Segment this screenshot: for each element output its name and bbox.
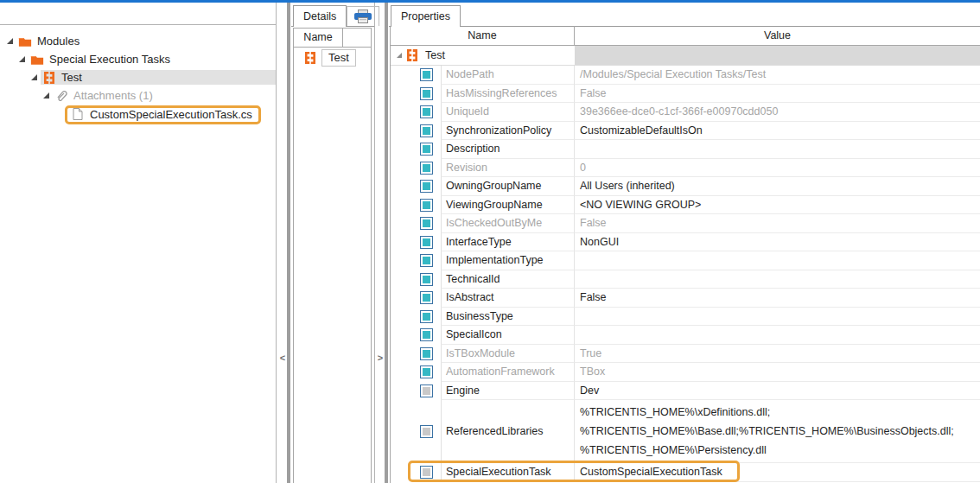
splitter-bar-left[interactable] xyxy=(287,3,290,483)
property-row-automationframework: AutomationFramework TBox xyxy=(391,363,980,382)
property-value-cell[interactable]: Dev xyxy=(575,382,980,401)
expander-icon[interactable] xyxy=(19,56,25,62)
property-flag-checkbox[interactable] xyxy=(420,291,433,304)
property-name-cell: ViewingGroupName xyxy=(441,196,575,215)
properties-root-row-test[interactable]: Test xyxy=(391,46,980,66)
property-name-cell: SpecialIcon xyxy=(441,326,575,345)
property-value-cell[interactable] xyxy=(575,308,980,327)
property-value-cell[interactable] xyxy=(575,326,980,345)
module-icon xyxy=(405,49,419,61)
property-name-cell: SpecialExecutionTask xyxy=(441,463,575,482)
property-name-cell: IsTBoxModule xyxy=(441,345,575,364)
property-flag-checkbox[interactable] xyxy=(420,162,433,175)
property-row-referencedlibraries: ReferencedLibraries %TRICENTIS_HOME%\xDe… xyxy=(391,400,980,463)
property-flag-checkbox[interactable] xyxy=(420,273,433,286)
property-flag-checkbox[interactable] xyxy=(420,87,433,100)
property-rows: NodePath /Modules/Special Execution Task… xyxy=(391,66,980,482)
property-name-cell: Revision xyxy=(441,159,575,178)
tab-details[interactable]: Details xyxy=(293,5,347,27)
details-column-header-spacer xyxy=(343,29,371,47)
print-button[interactable] xyxy=(347,6,379,26)
property-value-cell[interactable]: TBox xyxy=(575,363,980,382)
property-flag-checkbox[interactable] xyxy=(420,310,433,323)
property-value-cell[interactable]: 0 xyxy=(575,159,980,178)
property-value-cell[interactable] xyxy=(575,270,980,289)
splitter-bar-right[interactable] xyxy=(385,3,388,483)
property-value-cell[interactable] xyxy=(575,251,980,270)
tree-item-label: Attachments (1) xyxy=(73,89,153,102)
property-row-hasmissingreferences: HasMissingReferences False xyxy=(391,85,980,104)
property-row-isabstract: IsAbstract False xyxy=(391,289,980,308)
property-row-nodepath: NodePath /Modules/Special Execution Task… xyxy=(391,66,980,85)
property-name-cell: AutomationFramework xyxy=(441,363,575,382)
tree-item-label: Special Execution Tasks xyxy=(49,53,170,66)
property-name-cell: Description xyxy=(441,140,575,159)
expander-icon[interactable] xyxy=(31,74,37,80)
tree-item-test[interactable]: Test xyxy=(0,68,276,86)
property-name-cell: Engine xyxy=(441,382,575,401)
property-value-cell[interactable]: False xyxy=(575,85,980,104)
property-flag-checkbox[interactable] xyxy=(420,384,433,397)
tree-item-modules[interactable]: Modules xyxy=(0,32,276,50)
tree-item-customspecialexecutiontask-cs[interactable]: CustomSpecialExecutionTask.cs xyxy=(0,105,276,124)
property-flag-checkbox[interactable] xyxy=(420,425,433,438)
tree-item-attachments-1[interactable]: Attachments (1) xyxy=(0,86,276,105)
property-name-cell: SynchronizationPolicy xyxy=(441,122,575,141)
property-row-specialicon: SpecialIcon xyxy=(391,326,980,345)
paperclip-icon xyxy=(54,90,68,102)
details-grid: Name Test xyxy=(293,28,372,483)
property-flag-checkbox[interactable] xyxy=(420,68,433,81)
property-value-cell[interactable]: NonGUI xyxy=(575,233,980,252)
tree-item-special-execution-tasks[interactable]: Special Execution Tasks xyxy=(0,50,276,68)
property-flag-checkbox[interactable] xyxy=(420,365,433,378)
tab-properties[interactable]: Properties xyxy=(391,5,461,27)
property-value-cell[interactable]: False xyxy=(575,214,980,233)
printer-icon xyxy=(353,10,372,24)
module-tree: Modules Special Execution Tasks Test Att… xyxy=(0,25,276,124)
property-row-interfacetype: InterfaceType NonGUI xyxy=(391,233,980,252)
property-row-synchronizationpolicy: SynchronizationPolicy CustomizableDefaul… xyxy=(391,122,980,141)
expander-icon[interactable] xyxy=(7,38,13,44)
expander-icon[interactable] xyxy=(397,53,402,58)
property-value-cell[interactable]: CustomSpecialExecutionTask xyxy=(575,463,980,482)
tree-item-label: Test xyxy=(61,71,82,84)
property-value-cell[interactable]: 39e366ee-dce0-c1cf-366f-e00970cdd050 xyxy=(575,103,980,122)
property-row-revision: Revision 0 xyxy=(391,159,980,178)
tree-item-label: Modules xyxy=(37,35,80,48)
property-flag-checkbox[interactable] xyxy=(420,466,433,479)
property-flag-checkbox[interactable] xyxy=(420,199,433,212)
property-name-cell: IsCheckedOutByMe xyxy=(441,214,575,233)
property-value-cell[interactable]: <NO VIEWING GROUP> xyxy=(575,196,980,215)
tree-panel-header xyxy=(0,3,276,25)
property-row-description: Description xyxy=(391,140,980,159)
expander-icon[interactable] xyxy=(43,92,49,99)
property-name-cell: InterfaceType xyxy=(441,233,575,252)
details-row-test-label[interactable]: Test xyxy=(321,49,356,67)
property-name-cell: BusinessType xyxy=(441,308,575,327)
module-icon xyxy=(303,52,317,64)
property-flag-checkbox[interactable] xyxy=(420,143,433,156)
property-flag-checkbox[interactable] xyxy=(420,124,433,137)
property-name-cell: UniqueId xyxy=(441,103,575,122)
property-flag-checkbox[interactable] xyxy=(420,254,433,267)
property-flag-checkbox[interactable] xyxy=(420,105,433,118)
property-flag-checkbox[interactable] xyxy=(420,347,433,360)
property-row-technicalid: TechnicalId xyxy=(391,270,980,289)
module-tree-panel: Modules Special Execution Tasks Test Att… xyxy=(0,3,277,483)
property-value-cell[interactable] xyxy=(575,140,980,159)
property-value-cell[interactable]: All Users (inherited) xyxy=(575,177,980,196)
details-column-header-name: Name xyxy=(294,29,343,47)
property-flag-checkbox[interactable] xyxy=(420,236,433,249)
property-flag-checkbox[interactable] xyxy=(420,328,433,341)
property-value-cell[interactable]: False xyxy=(575,289,980,308)
property-flag-checkbox[interactable] xyxy=(420,217,433,230)
property-value-cell[interactable]: %TRICENTIS_HOME%\xDefinitions.dll;%TRICE… xyxy=(575,400,980,463)
property-flag-checkbox[interactable] xyxy=(420,180,433,193)
property-value-cell[interactable]: /Modules/Special Execution Tasks/Test xyxy=(575,66,980,85)
property-row-specialexecutiontask: SpecialExecutionTask CustomSpecialExecut… xyxy=(391,463,980,482)
properties-grid: Name Value Test NodePath /Modules/Specia… xyxy=(390,26,980,483)
details-row-test[interactable]: Test xyxy=(294,48,371,68)
property-value-cell[interactable]: CustomizableDefaultIsOn xyxy=(575,122,980,141)
property-value-cell[interactable]: True xyxy=(575,345,980,364)
property-row-engine: Engine Dev xyxy=(391,382,980,401)
